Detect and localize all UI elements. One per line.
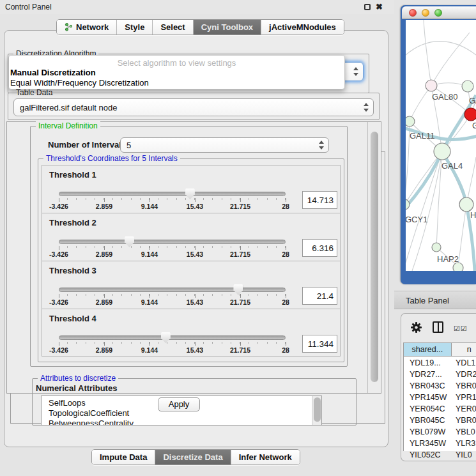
- table-panel-header: Table Panel: [394, 291, 476, 309]
- table-data-combobox[interactable]: galFiltered.sif default node: [13, 98, 374, 116]
- node-gal80[interactable]: [426, 80, 437, 91]
- table-row[interactable]: YIL052CYIL0: [404, 449, 476, 459]
- threshold-slider: -3.4262.8599.14415.4321.71528: [59, 332, 286, 354]
- tab-label: Select: [160, 22, 185, 32]
- node-label: G: [472, 121, 476, 130]
- tick-label: -3.426: [49, 346, 68, 354]
- node-right-h[interactable]: [459, 197, 473, 211]
- zoom-traffic-light-icon[interactable]: [434, 9, 442, 17]
- node-hap2[interactable]: [432, 243, 441, 252]
- cell-name: YER0: [452, 404, 476, 413]
- close-traffic-light-icon[interactable]: [409, 9, 417, 17]
- thresholds-group: Threshold's Coordinates for 5 Intervals …: [38, 158, 344, 362]
- vertical-scrollbar[interactable]: [370, 124, 380, 391]
- table-row[interactable]: YBR043CYBR0: [404, 380, 476, 392]
- node-selected-red[interactable]: [464, 108, 476, 121]
- tab-impute-data[interactable]: Impute Data: [92, 450, 155, 464]
- table-row[interactable]: YBR045CYBR0: [404, 415, 476, 426]
- threshold-label: Threshold 3: [49, 266, 96, 275]
- slider-scale: -3.4262.8599.14415.4321.71528: [59, 346, 286, 354]
- scrollbar-thumb[interactable]: [371, 132, 378, 382]
- scrollbar-thumb[interactable]: [314, 397, 321, 422]
- column-header-name[interactable]: n: [452, 343, 476, 356]
- slider-scale: -3.4262.8599.14415.4321.71528: [59, 298, 286, 306]
- node-gal4[interactable]: [434, 143, 450, 160]
- tab-network[interactable]: Network: [57, 20, 117, 35]
- tick-label: 9.144: [141, 250, 158, 258]
- slider-track[interactable]: [59, 335, 286, 340]
- apply-button[interactable]: Apply: [158, 397, 200, 411]
- tab-discretize-data[interactable]: Discretize Data: [155, 450, 231, 464]
- tab-select[interactable]: Select: [153, 20, 193, 35]
- table-rows: YDL19...YDL1YDR27...YDR2YBR043CYBR0YPR14…: [404, 357, 476, 459]
- tick-label: 9.144: [141, 203, 158, 210]
- minimize-traffic-light-icon[interactable]: [422, 9, 429, 17]
- num-intervals-label: Number of Intervals: [48, 140, 126, 150]
- threshold-label: Threshold 4: [49, 314, 96, 323]
- close-icon[interactable]: ✖: [376, 2, 383, 12]
- threshold-value-field[interactable]: [302, 191, 337, 209]
- tick-label: -3.426: [49, 250, 68, 258]
- table-row[interactable]: YBL079WYBL0: [404, 426, 476, 438]
- table-row[interactable]: YLR345WYLR3: [404, 438, 476, 449]
- tab-label: jActiveMNodules: [269, 22, 336, 32]
- node-gal11[interactable]: [406, 116, 415, 127]
- network-window-titlebar: [402, 6, 476, 19]
- slider-scale: -3.4262.8599.14415.4321.71528: [59, 203, 286, 210]
- thresholds-body: Threshold 1 -3.4262.8599.14415.4321.7152…: [38, 165, 344, 357]
- float-window-icon[interactable]: [364, 4, 371, 10]
- tab-jactivemnodules[interactable]: jActiveMNodules: [261, 20, 344, 35]
- slider-track[interactable]: [59, 192, 286, 196]
- interval-scrollpane: Interval Definition Number of Intervals …: [6, 121, 381, 394]
- gear-icon[interactable]: [411, 322, 422, 333]
- network-canvas[interactable]: GAL80 GA G GAL11 GAL4 GCY1 H HAP2: [406, 20, 476, 271]
- threshold-value-field[interactable]: [302, 335, 337, 353]
- control-panel-tabbar: NetworkStyleSelectCyni ToolboxjActiveMNo…: [56, 19, 344, 35]
- tick-label: 21.715: [230, 298, 250, 306]
- node-gcy1[interactable]: [406, 199, 410, 210]
- column-header-shared-name[interactable]: shared...: [404, 343, 452, 356]
- select-columns-icon[interactable]: ☑☑: [454, 325, 468, 333]
- cell-name: YBR0: [452, 381, 476, 390]
- numerical-attributes-label: Numerical Attributes: [36, 383, 117, 393]
- tab-infer-network[interactable]: Infer Network: [231, 450, 300, 464]
- cell-shared-name: YDL19...: [404, 358, 452, 367]
- node-label: GA: [469, 96, 476, 105]
- tick-label: 2.859: [96, 203, 112, 210]
- algorithm-dropdown-popup: Select algorithm to view settings Manual…: [8, 55, 345, 89]
- tick-label: -3.426: [49, 298, 68, 306]
- tick-label: 15.43: [187, 298, 203, 306]
- algorithm-prompt: Select algorithm to view settings: [9, 58, 344, 68]
- threshold-value-field[interactable]: [302, 239, 337, 257]
- num-intervals-combobox[interactable]: 5: [120, 137, 329, 153]
- threshold-label: Threshold 2: [49, 218, 96, 227]
- threshold-panel: Threshold 3 -3.4262.8599.14415.4321.7152…: [42, 261, 341, 309]
- tick-label: 21.715: [230, 250, 250, 258]
- threshold-value-field[interactable]: [302, 287, 337, 305]
- table-row[interactable]: YPR145WYPR1: [404, 392, 476, 403]
- algorithm-option-equal-width[interactable]: Equal Width/Frequency Discretization: [10, 78, 149, 88]
- group-title: Threshold's Coordinates for 5 Intervals: [43, 154, 180, 163]
- threshold-panel: Threshold 1 -3.4262.8599.14415.4321.7152…: [42, 165, 341, 213]
- table-row[interactable]: YDL19...YDL1: [404, 357, 476, 369]
- viewport-divider: [367, 122, 368, 393]
- threshold-slider: -3.4262.8599.14415.4321.71528: [59, 188, 286, 210]
- table-row[interactable]: YER054CYER0: [404, 403, 476, 415]
- table-row[interactable]: YDR27...YDR2: [404, 369, 476, 380]
- slider-track[interactable]: [59, 288, 286, 292]
- control-panel-titlebar: Control Panel ✖: [0, 0, 394, 14]
- attribute-item[interactable]: BetweennessCentrality: [49, 418, 321, 426]
- split-columns-icon[interactable]: [433, 321, 443, 333]
- tick-label: 9.144: [141, 298, 158, 306]
- tab-style[interactable]: Style: [117, 20, 153, 35]
- tab-cyni-toolbox[interactable]: Cyni Toolbox: [194, 20, 261, 35]
- node-top-right[interactable]: [462, 81, 473, 92]
- tick-label: 21.715: [230, 203, 250, 210]
- cell-shared-name: YBR043C: [404, 381, 452, 390]
- cell-shared-name: YPR145W: [404, 393, 452, 402]
- cell-name: YBR0: [452, 416, 476, 425]
- network-view-window: GAL80 GA G GAL11 GAL4 GCY1 H HAP2: [401, 5, 476, 284]
- slider-track[interactable]: [59, 240, 286, 244]
- list-scrollbar[interactable]: [312, 396, 321, 425]
- algorithm-option-manual[interactable]: Manual Discretization: [10, 68, 96, 77]
